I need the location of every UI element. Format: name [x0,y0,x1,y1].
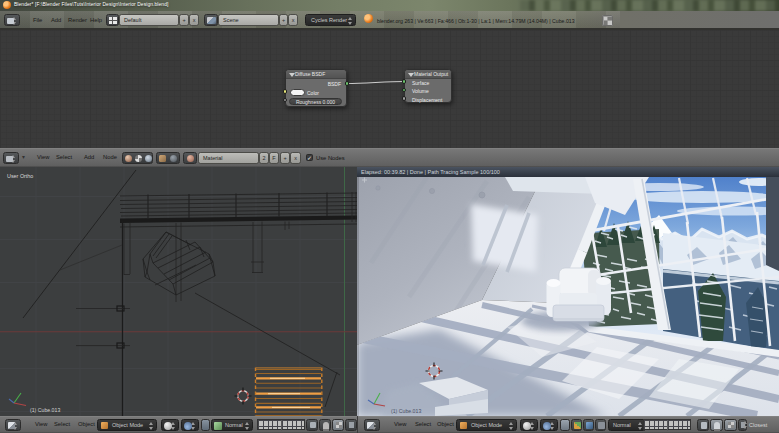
svg-text:Elapsed: 00:39.82 | Done | Pat: Elapsed: 00:39.82 | Done | Path Tracing … [361,169,500,175]
svg-text:User Ortho: User Ortho [7,173,33,179]
svg-text:(1) Cube.013: (1) Cube.013 [391,408,421,414]
svg-text:(1) Cube.013: (1) Cube.013 [30,407,60,413]
